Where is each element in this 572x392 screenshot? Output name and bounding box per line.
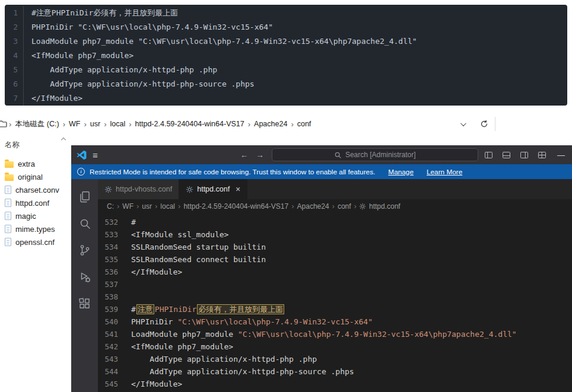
breadcrumb-item[interactable]: Apache24 xyxy=(252,118,290,130)
snippet-line-number: 6 xyxy=(5,77,24,91)
breadcrumb-separator: › xyxy=(289,202,296,211)
back-arrow-icon[interactable]: ← xyxy=(240,151,249,160)
file-icon xyxy=(5,212,11,220)
refresh-icon[interactable] xyxy=(474,120,495,128)
file-item[interactable]: original xyxy=(5,170,70,183)
file-name: magic xyxy=(15,212,36,221)
breadcrumb-item[interactable]: WF xyxy=(66,118,82,130)
file-icon xyxy=(5,186,11,194)
file-item[interactable]: extra xyxy=(5,157,70,170)
run-debug-icon[interactable] xyxy=(78,270,92,284)
snippet-line: 5 AddType application/x-httpd-php .php xyxy=(5,63,567,77)
editor-tab[interactable]: httpd-vhosts.conf xyxy=(98,179,179,199)
folder-location-icon xyxy=(0,119,8,129)
breadcrumb-item[interactable]: conf xyxy=(337,202,352,211)
code-line: 541LoadModule php7_module "C:\WF\usr\loc… xyxy=(98,328,572,340)
line-number: 534 xyxy=(98,241,126,253)
breadcrumb-separator: › xyxy=(176,202,183,211)
breadcrumb-item[interactable]: WF xyxy=(122,202,134,211)
command-search-box[interactable]: Search [Administrator] xyxy=(272,148,478,161)
breadcrumb-item[interactable]: Apache24 xyxy=(297,202,330,211)
file-item[interactable]: charset.conv xyxy=(5,183,70,196)
snippet-line-number: 1 xyxy=(5,6,24,20)
extensions-icon[interactable] xyxy=(78,297,92,311)
layout-sidebar-right-icon[interactable] xyxy=(519,150,529,160)
snippet-code-text: #注意PHPIniDir必须有，并且放到最上面 xyxy=(24,6,178,20)
learn-more-link[interactable]: Learn More xyxy=(427,168,462,176)
code-editor[interactable]: 532#533<IfModule ssl_module>534SSLRandom… xyxy=(98,213,572,392)
code-line: 532# xyxy=(98,216,572,228)
breadcrumb-separator: › xyxy=(82,120,87,129)
folder-icon xyxy=(5,174,14,181)
source-control-icon[interactable] xyxy=(78,243,92,257)
line-number: 535 xyxy=(98,253,126,266)
folder-icon xyxy=(5,161,14,168)
file-item[interactable]: mime.types xyxy=(5,222,70,235)
restricted-mode-banner: i Restricted Mode is intended for safe c… xyxy=(71,164,572,179)
titlebar-center: ← → Search [Administrator] xyxy=(240,148,478,161)
file-name: openssl.cnf xyxy=(15,238,55,247)
snippet-line-number: 4 xyxy=(5,49,24,63)
menu-hamburger-icon[interactable]: ≡ xyxy=(93,150,98,160)
breadcrumb-separator: › xyxy=(103,120,107,129)
code-line: 536</IfModule> xyxy=(98,266,572,278)
file-item[interactable]: openssl.cnf xyxy=(5,235,70,248)
tab-label: httpd-vhosts.conf xyxy=(116,185,172,193)
code-line: 539#注意PHPIniDir必须有，并且放到最上面 xyxy=(98,303,572,315)
breadcrumb-separator: › xyxy=(62,120,66,129)
code-text: </IfModule> xyxy=(131,378,182,390)
breadcrumb-separator: › xyxy=(290,120,294,129)
close-tab-icon[interactable]: × xyxy=(236,184,240,194)
breadcrumb-item[interactable]: usr xyxy=(88,118,103,130)
column-header-name[interactable]: 名称 xyxy=(5,140,70,157)
breadcrumb-separator: › xyxy=(8,120,12,129)
address-dropdown-chevron-icon[interactable] xyxy=(451,122,474,126)
explorer-search-box[interactable] xyxy=(495,117,572,131)
breadcrumb-item[interactable]: httpd-2.4.59-240404-win64-VS17 xyxy=(133,118,247,130)
layout-panel-icon[interactable] xyxy=(501,150,511,160)
search-icon[interactable] xyxy=(78,216,92,231)
file-name: original xyxy=(18,173,43,181)
file-item[interactable]: magic xyxy=(5,209,70,222)
code-line: 545</IfModule> xyxy=(98,378,572,390)
code-segment: </IfModule> xyxy=(131,267,182,276)
file-item[interactable]: httpd.conf xyxy=(5,196,70,209)
code-snippet-block: 1#注意PHPIniDir必须有，并且放到最上面2PHPIniDir "C:\W… xyxy=(5,5,567,106)
code-text: <IfModule php7_module> xyxy=(131,340,233,353)
code-text: </IfModule> xyxy=(131,266,182,278)
breadcrumb-item[interactable]: httpd-2.4.59-240404-win64-VS17 xyxy=(183,202,289,211)
breadcrumb-item[interactable]: conf xyxy=(295,118,314,130)
breadcrumb-item[interactable]: 本地磁盘 (C:) xyxy=(12,117,61,131)
snippet-code-text: PHPIniDir "C:\WF\usr\local\php-7.4.9-Win… xyxy=(24,20,273,34)
column-header-label: 名称 xyxy=(5,141,20,149)
breadcrumb-item[interactable]: C: xyxy=(106,202,115,211)
explorer-icon[interactable] xyxy=(78,190,92,204)
breadcrumb-item[interactable]: local xyxy=(160,202,176,211)
file-name: extra xyxy=(18,160,35,168)
forward-arrow-icon[interactable]: → xyxy=(256,151,264,160)
breadcrumb-item[interactable]: local xyxy=(108,118,128,130)
minimize-icon[interactable]: — xyxy=(557,151,565,160)
breadcrumb-item[interactable]: httpd.conf xyxy=(368,202,401,211)
restricted-mode-info-icon: i xyxy=(77,168,85,176)
code-text: LoadModule php7_module "C:\WF\usr\local\… xyxy=(131,328,517,340)
layout-sidebar-left-icon[interactable] xyxy=(484,150,494,160)
code-line: 535SSLRandomSeed connect builtin xyxy=(98,253,572,266)
file-list-panel: 名称 extraoriginalcharset.convhttpd.confma… xyxy=(5,140,70,248)
breadcrumb-item[interactable]: usr xyxy=(141,202,152,211)
line-number: 540 xyxy=(98,315,126,328)
breadcrumb-separator: › xyxy=(128,120,132,129)
gear-file-icon xyxy=(186,186,193,193)
line-number: 545 xyxy=(98,378,126,390)
snippet-code-text: </IfModule> xyxy=(24,91,82,106)
code-line: 533<IfModule ssl_module> xyxy=(98,228,572,241)
code-segment: 注意 xyxy=(136,304,154,314)
layout-customize-icon[interactable] xyxy=(537,150,547,160)
file-list: extraoriginalcharset.convhttpd.confmagic… xyxy=(5,157,70,248)
activity-bar xyxy=(71,179,98,392)
editor-tab[interactable]: httpd.conf× xyxy=(179,179,247,199)
snippet-line-number: 5 xyxy=(5,63,24,77)
snippet-line: 1#注意PHPIniDir必须有，并且放到最上面 xyxy=(5,6,567,20)
manage-link[interactable]: Manage xyxy=(388,168,414,176)
line-number: 539 xyxy=(98,303,126,315)
